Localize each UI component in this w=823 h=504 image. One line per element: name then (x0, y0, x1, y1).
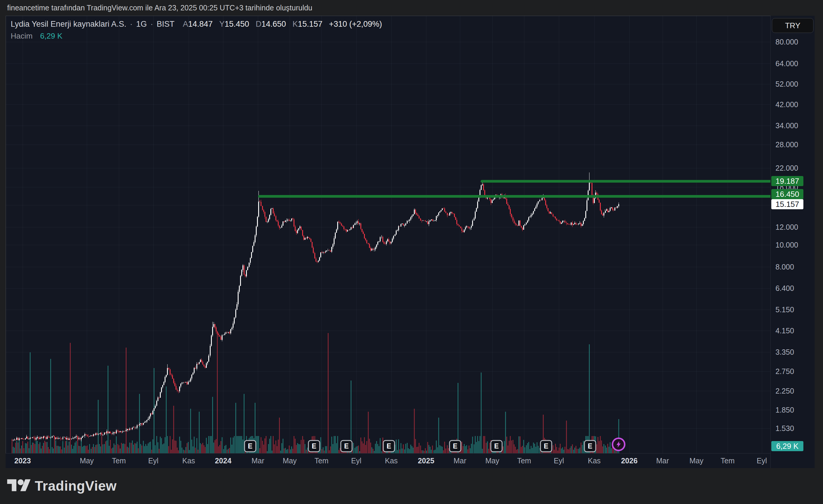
price-tick-label: 2.250 (776, 387, 794, 396)
earnings-marker[interactable]: E (383, 440, 395, 452)
time-axis-label: 2023 (14, 454, 31, 468)
separator-dot: · (150, 20, 153, 29)
resistance-lines (260, 181, 771, 197)
price-tick-label: 34.000 (776, 121, 798, 130)
price-axis[interactable]: TRY 80.00064.00052.00042.00034.00028.000… (771, 16, 815, 468)
price-tick-label: 8.000 (776, 263, 794, 271)
price-tick-label: 3.350 (776, 348, 794, 356)
time-axis-label: 2024 (215, 454, 231, 468)
time-axis-label: Eyl (554, 454, 564, 468)
time-axis[interactable]: 2023MayTemEylKas2024MarMayTemEylKas2025M… (6, 454, 771, 468)
price-tick-label: 1.530 (776, 424, 794, 433)
time-axis-label: Eyl (148, 454, 159, 468)
attribution-text: fineancetime tarafından TradingView.com … (7, 0, 312, 16)
grid-lines (6, 16, 771, 453)
time-axis-label: Tem (314, 454, 328, 468)
earnings-marker[interactable]: E (491, 440, 503, 452)
time-axis-label: 2025 (418, 454, 434, 468)
volume-bars (12, 333, 619, 453)
price-tick-label: 12.000 (776, 223, 798, 232)
time-axis-label: Tem (517, 454, 531, 468)
price-level-label: 16.450 (771, 189, 803, 199)
ohlc-item: D14.650 (256, 20, 286, 29)
exchange-label: BIST (157, 20, 174, 29)
price-tick-label: 10.000 (776, 241, 798, 249)
ohlc-item: K15.157 (293, 20, 323, 29)
lightning-bolt-icon (615, 441, 623, 448)
price-level-label: 19.187 (771, 176, 803, 186)
earnings-marker[interactable]: E (584, 440, 596, 452)
time-axis-label: May (485, 454, 499, 468)
time-axis-label: Kas (385, 454, 397, 468)
symbol-title: Lydia Yesil Enerji kaynaklari A.S. (11, 20, 126, 29)
volume-row-value: 6,29 K (40, 31, 62, 40)
time-axis-label: Kas (588, 454, 601, 468)
time-axis-label: May (283, 454, 297, 468)
time-axis-label: Kas (182, 454, 195, 468)
time-axis-label: Mar (453, 454, 466, 468)
footer-bar: TradingView (0, 468, 823, 504)
chart-canvas[interactable] (6, 16, 771, 453)
tradingview-logo[interactable]: TradingView (7, 477, 117, 495)
earnings-marker[interactable]: E (540, 440, 552, 452)
price-tick-label: 64.000 (776, 59, 798, 68)
earnings-marker[interactable]: E (308, 440, 320, 452)
time-axis-label: Eyl (351, 454, 362, 468)
ohlc-values: A14.847Y15.450D14.650K15.157 (183, 20, 322, 29)
tradingview-logo-icon (7, 477, 31, 495)
time-axis-label: Tem (112, 454, 126, 468)
time-axis-label: Mar (656, 454, 669, 468)
time-axis-label: Mar (252, 454, 264, 468)
price-tick-label: 4.150 (776, 326, 794, 335)
earnings-marker[interactable]: E (340, 440, 353, 452)
attribution-bar: fineancetime tarafından TradingView.com … (0, 0, 823, 16)
time-axis-label: Tem (720, 454, 734, 468)
price-tick-label: 80.000 (776, 38, 798, 46)
candles (12, 173, 619, 441)
time-axis-label: 2026 (621, 454, 638, 468)
price-tick-label: 22.000 (776, 164, 798, 173)
interval-label: 1G (136, 20, 147, 29)
volume-row-label: Hacim (11, 31, 33, 40)
flash-icon[interactable] (612, 438, 625, 451)
price-tick-label: 6.400 (776, 284, 794, 293)
time-axis-label: May (689, 454, 703, 468)
time-axis-label: May (79, 454, 94, 468)
earnings-marker[interactable]: E (449, 440, 461, 452)
price-tick-label: 2.750 (776, 367, 794, 376)
price-tick-label: 42.000 (776, 100, 798, 109)
last-price-label: 15.157 (771, 199, 803, 209)
separator-dot: · (130, 20, 133, 29)
price-tick-label: 28.000 (776, 141, 798, 149)
price-tick-label: 5.150 (776, 305, 794, 314)
ohlc-item: Y15.450 (219, 20, 249, 29)
volume-value-label: 6,29 K (771, 441, 803, 451)
price-tick-label: 52.000 (776, 80, 798, 88)
change-value: +310 (+2,09%) (329, 20, 382, 29)
earnings-marker[interactable]: E (244, 440, 257, 452)
price-tick-label: 1.850 (776, 406, 794, 414)
chart-legend: Lydia Yesil Enerji kaynaklari A.S. · 1G … (11, 20, 382, 41)
tradingview-logo-text: TradingView (35, 478, 117, 494)
ohlc-item: A14.847 (183, 20, 213, 29)
time-axis-label: Eyl (757, 454, 767, 468)
currency-toggle-button[interactable]: TRY (772, 18, 814, 33)
